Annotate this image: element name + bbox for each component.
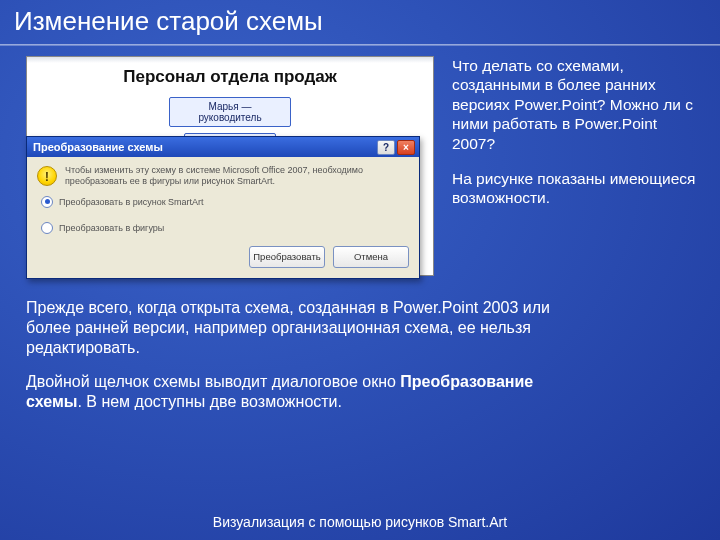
radio-icon: [41, 222, 53, 234]
help-button[interactable]: ?: [377, 140, 395, 155]
dialog-warning-text: Чтобы изменить эту схему в системе Micro…: [65, 165, 409, 188]
text-fragment: . В нем доступны две возможности.: [77, 393, 342, 410]
org-box-manager: Марья — руководитель: [169, 97, 291, 127]
right-paragraph-1: Что делать со схемами, созданными в боле…: [452, 56, 700, 153]
radio-icon: [41, 196, 53, 208]
title-rule: [0, 44, 720, 46]
dialog-body: ! Чтобы изменить эту схему в системе Mic…: [27, 157, 419, 278]
convert-button[interactable]: Преобразовать: [249, 246, 325, 268]
lower-paragraph-2: Двойной щелчок схемы выводит диалоговое …: [26, 372, 572, 412]
org-box-line: Марья —: [209, 101, 252, 112]
lower-paragraph-1: Прежде всего, когда открыта схема, созда…: [26, 298, 572, 358]
warning-icon: !: [37, 166, 57, 186]
radio-label: Преобразовать в фигуры: [59, 223, 164, 233]
text-fragment: Двойной щелчок схемы выводит диалоговое …: [26, 373, 400, 390]
convert-dialog: Преобразование схемы ? × ! Чтобы изменит…: [26, 136, 420, 279]
dialog-title-text: Преобразование схемы: [33, 141, 163, 153]
right-column: Что делать со схемами, созданными в боле…: [452, 56, 700, 224]
radio-option-shapes[interactable]: Преобразовать в фигуры: [41, 222, 409, 234]
radio-label: Преобразовать в рисунок SmartArt: [59, 197, 204, 207]
slide-title: Изменение старой схемы: [14, 6, 323, 37]
cancel-button[interactable]: Отмена: [333, 246, 409, 268]
org-box-line: руководитель: [198, 112, 261, 123]
right-paragraph-2: На рисунке показаны имеющиеся возможност…: [452, 169, 700, 208]
close-button[interactable]: ×: [397, 140, 415, 155]
org-chart-title: Персонал отдела продаж: [27, 57, 433, 91]
slide: Изменение старой схемы Персонал отдела п…: [0, 0, 720, 540]
radio-option-smartart[interactable]: Преобразовать в рисунок SmartArt: [41, 196, 409, 208]
dialog-titlebar: Преобразование схемы ? ×: [27, 137, 419, 157]
lower-text: Прежде всего, когда открыта схема, созда…: [26, 298, 572, 426]
slide-footer: Визуализация с помощью рисунков Smart.Ar…: [0, 514, 720, 530]
